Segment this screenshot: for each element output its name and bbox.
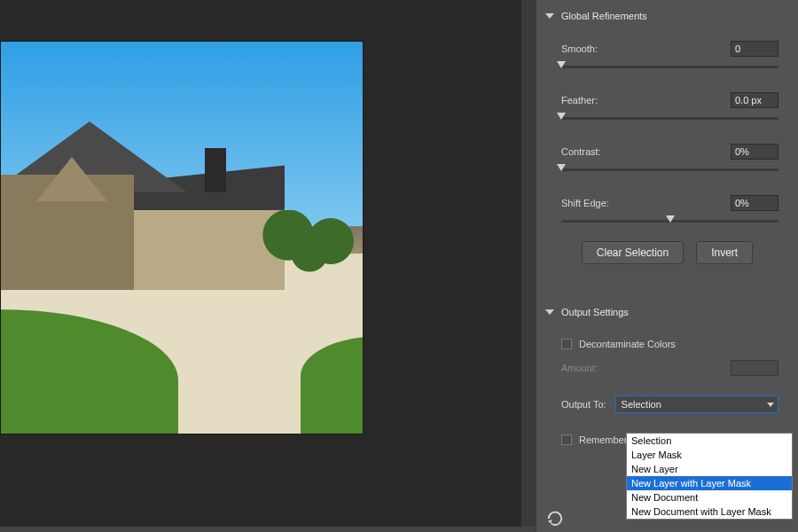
smooth-row: Smooth: <box>536 35 798 74</box>
chevron-down-icon <box>545 13 554 19</box>
global-refinements-header[interactable]: Global Refinements <box>536 0 798 27</box>
smooth-value[interactable] <box>731 41 778 57</box>
contrast-slider[interactable] <box>561 163 778 176</box>
invert-button[interactable]: Invert <box>696 241 753 264</box>
reset-icon[interactable] <box>545 511 565 527</box>
amount-value <box>731 360 778 376</box>
amount-label: Amount: <box>561 363 598 373</box>
decontaminate-row: Decontaminate Colors <box>536 333 798 355</box>
bottom-bar <box>0 527 536 532</box>
output-to-select[interactable]: Selection <box>615 395 778 413</box>
output-option[interactable]: Layer Mask <box>627 448 792 462</box>
output-to-dropdown[interactable]: SelectionLayer MaskNew LayerNew Layer wi… <box>626 433 793 520</box>
feather-slider[interactable] <box>561 112 778 124</box>
chevron-down-icon <box>545 309 554 315</box>
output-to-label: Output To: <box>561 399 606 410</box>
output-settings-title: Output Settings <box>561 307 629 317</box>
contrast-value[interactable] <box>731 144 778 160</box>
contrast-row: Contrast: <box>536 138 798 177</box>
right-panel: Global Refinements Smooth: Feather: Cont… <box>536 0 798 532</box>
smooth-label: Smooth: <box>561 43 598 54</box>
canvas-scrollbar[interactable] <box>521 0 536 532</box>
shift-edge-slider[interactable] <box>561 215 778 227</box>
amount-row: Amount: <box>536 355 798 381</box>
slider-thumb[interactable] <box>557 164 566 171</box>
shift-edge-value[interactable] <box>731 195 778 211</box>
shift-edge-row: Shift Edge: <box>536 190 798 229</box>
output-option[interactable]: New Document <box>627 490 792 505</box>
smooth-slider[interactable] <box>561 60 778 73</box>
shift-edge-label: Shift Edge: <box>561 198 609 208</box>
global-refinements-title: Global Refinements <box>561 11 647 21</box>
clear-selection-button[interactable]: Clear Selection <box>582 241 684 264</box>
output-option[interactable]: Selection <box>627 434 792 448</box>
slider-thumb[interactable] <box>666 215 675 223</box>
remember-checkbox[interactable] <box>561 434 572 445</box>
output-option[interactable]: New Layer with Layer Mask <box>627 476 792 490</box>
output-option[interactable]: New Layer <box>627 462 792 476</box>
output-to-selected: Selection <box>622 399 661 410</box>
decontaminate-label: Decontaminate Colors <box>579 339 676 349</box>
slider-thumb[interactable] <box>557 61 566 68</box>
feather-row: Feather: <box>536 87 798 126</box>
contrast-label: Contrast: <box>561 146 601 157</box>
output-settings-header[interactable]: Output Settings <box>536 296 798 323</box>
feather-value[interactable] <box>731 92 778 108</box>
slider-thumb[interactable] <box>557 113 566 120</box>
feather-label: Feather: <box>561 95 598 106</box>
image-preview[interactable] <box>0 41 364 434</box>
decontaminate-checkbox[interactable] <box>561 339 572 349</box>
canvas-area <box>0 0 536 532</box>
output-option[interactable]: New Document with Layer Mask <box>627 505 792 519</box>
chevron-down-icon <box>767 403 774 407</box>
output-to-row: Output To: Selection <box>536 381 798 419</box>
